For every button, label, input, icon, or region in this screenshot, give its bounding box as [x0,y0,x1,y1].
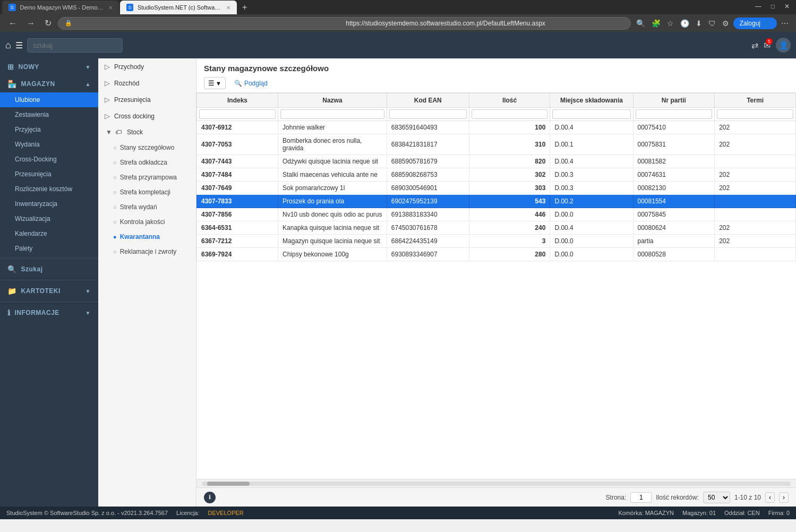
filter-miejsce[interactable] [550,108,633,121]
switch-view-btn[interactable]: ⇄ [751,40,758,50]
license-value[interactable]: DEVELOPER [208,510,244,516]
filter-nazwa-input[interactable] [280,109,384,119]
info-button[interactable]: ℹ [204,492,216,503]
nav-stany-szczegolowo[interactable]: ○ Stany szczegółowo [98,140,196,155]
podglad-button[interactable]: 🔍 Podgląd [230,78,272,89]
filter-ean-input[interactable] [389,109,467,119]
browser-tab-1[interactable]: S Demo Magazyn WMS - Demo o... ✕ [2,1,119,14]
filter-termin-input[interactable] [717,109,793,119]
more-options-btn[interactable]: ⋯ [779,17,791,30]
sidebar-item-palety[interactable]: Palety [0,241,98,256]
filter-ilosc[interactable] [469,108,550,121]
notifications-btn[interactable]: ✉ 5 [764,40,771,50]
table-row[interactable]: 4307-7833Proszek do prania ola6902475952… [197,195,796,208]
extensions-btn[interactable]: 🧩 [649,17,663,30]
table-row[interactable]: 6369-7924Chipsy bekonowe 100g69308933469… [197,248,796,261]
filter-indeks[interactable] [197,108,278,121]
sidebar-item-kalendarze[interactable]: Kalendarze [0,226,98,241]
nav-strefa-odkladcza[interactable]: ○ Strefa odkładcza [98,155,196,170]
shield-btn[interactable]: 🛡 [706,17,718,30]
reload-button[interactable]: ↻ [41,16,55,30]
filter-ean[interactable] [387,108,469,121]
nav-przychody[interactable]: ▷ Przychody [98,58,196,75]
sidebar-item-ulubione[interactable]: Ulubione [0,92,98,107]
nav-kwarantanna[interactable]: ● Kwarantanna [98,229,196,244]
search-browser-btn[interactable]: 🔍 [634,17,647,30]
table-row[interactable]: 4307-7484Stalki maecenas vehicula ante n… [197,168,796,182]
nav-cross-docking[interactable]: ▷ Cross docking [98,108,196,124]
records-per-page-select[interactable]: 50 25 100 [703,492,730,503]
col-miejsce[interactable]: Miejsce składowania [550,93,633,108]
nav-stock-header[interactable]: ▼ 🏷 Stock [98,124,196,140]
bookmarks-btn[interactable]: ☆ [665,17,676,30]
nav-reklamacje-zwroty[interactable]: ○ Reklamacje i zwroty [98,244,196,259]
downloads-btn[interactable]: ⬇ [694,17,704,30]
table-container[interactable]: Indeks Nazwa Kod EAN Ilość Miejsce skład… [196,93,796,479]
tab-close-2[interactable]: ✕ [226,5,230,11]
app-search-input[interactable] [27,38,123,53]
nav-strefa-wydan[interactable]: ○ Strefa wydań [98,200,196,214]
prev-page-button[interactable]: ‹ [765,492,775,503]
sidebar-item-rozliczenie[interactable]: Rozliczenie kosztów [0,182,98,196]
browser-settings-btn[interactable]: ⚙ [720,17,731,30]
next-page-button[interactable]: › [779,492,789,503]
sidebar-search-group[interactable]: 🔍 Szukaj [0,261,98,278]
col-ilosc[interactable]: Ilość [469,93,550,108]
sidebar-item-przesuniecia[interactable]: Przesunięcia [0,167,98,182]
sidebar-item-zestawienia[interactable]: Zestawienia [0,107,98,122]
table-row[interactable]: 6364-6531Kanapka quisque lacinia neque s… [197,221,796,235]
nav-przesuniecia[interactable]: ▷ Przesunięcia [98,91,196,108]
forward-button[interactable]: → [23,16,38,30]
nav-strefa-kompletacji[interactable]: ○ Strefa kompletacji [98,185,196,200]
scrollbar-thumb[interactable] [207,482,250,486]
nav-rozchod[interactable]: ▷ Rozchód [98,75,196,91]
col-indeks[interactable]: Indeks [197,93,278,108]
scrollbar-track[interactable] [202,482,791,486]
filter-partii[interactable] [633,108,715,121]
browser-tab-2[interactable]: S StudioSystem.NET (c) SoftwareS... ✕ [120,1,237,14]
col-nr-partii[interactable]: Nr partii [633,93,715,108]
sidebar-item-przyjecia[interactable]: Przyjęcia [0,122,98,137]
sidebar-group-magazyn[interactable]: 🏪 MAGAZYN ▲ [0,75,98,92]
col-termin[interactable]: Termi [715,93,796,108]
toolbar-menu-button[interactable]: ☰ ▼ [204,77,226,89]
sidebar-item-inwentaryzacja[interactable]: Inwentaryzacja [0,196,98,211]
address-bar[interactable]: 🔒 https://studiosystemdemo.softwarestudi… [58,17,631,30]
filter-termin[interactable] [715,108,796,121]
sidebar-item-cross-docking[interactable]: Cross-Docking [0,152,98,167]
nav-strefa-przyrampowa[interactable]: ○ Strefa przyrampowa [98,170,196,185]
table-row[interactable]: 4307-7053Bomberka donec eros nulla, grav… [197,134,796,155]
page-input[interactable] [630,492,652,503]
table-row[interactable]: 4307-7856Nv10 usb donec quis odio ac pur… [197,208,796,221]
close-button[interactable]: ✕ [780,1,794,12]
filter-indeks-input[interactable] [199,109,276,119]
table-row[interactable]: 4307-6912Johnnie walker6836591640493100D… [197,121,796,134]
filter-partii-input[interactable] [636,109,713,119]
table-row[interactable]: 4307-7443Odżywki quisque lacinia neque s… [197,155,796,168]
col-nazwa[interactable]: Nazwa [278,93,387,108]
nav-kontrola-jakosci[interactable]: ○ Kontrola jakości [98,214,196,229]
history-btn[interactable]: 🕐 [678,17,691,30]
col-ean[interactable]: Kod EAN [387,93,469,108]
sidebar-group-informacje[interactable]: ℹ INFORMACJE ▼ [0,304,98,321]
filter-ilosc-input[interactable] [472,109,548,119]
back-button[interactable]: ← [5,16,20,30]
horizontal-scrollbar[interactable] [196,479,796,487]
sidebar-group-kartoteki[interactable]: 📁 KARTOTEKI ▼ [0,282,98,299]
table-row[interactable]: 4307-7649Sok pomarańczowy 1l689030054690… [197,182,796,195]
tab-close-1[interactable]: ✕ [108,5,113,11]
minimize-button[interactable]: — [751,1,766,12]
table-row[interactable]: 6367-7212Magazyn quisque lacinia neque s… [197,235,796,248]
filter-miejsce-input[interactable] [552,109,630,119]
hamburger-icon[interactable]: ☰ [15,40,23,50]
sidebar-item-wizualizacja[interactable]: Wizualizacja [0,211,98,226]
login-button[interactable]: Zaloguj 👤 [733,18,777,29]
maximize-button[interactable]: □ [767,1,779,12]
data-table: Indeks Nazwa Kod EAN Ilość Miejsce skład… [196,93,796,261]
sidebar-item-wydania[interactable]: Wydania [0,137,98,152]
new-tab-button[interactable]: + [238,1,251,14]
app-logo[interactable]: ⌂ [5,40,11,51]
user-avatar[interactable]: 👤 [776,38,791,53]
filter-nazwa[interactable] [278,108,387,121]
sidebar-group-nowy[interactable]: ⊞ NOWY ▼ [0,58,98,75]
